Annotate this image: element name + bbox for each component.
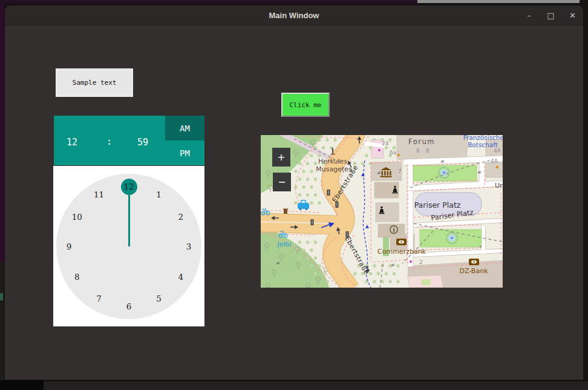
clock-number-9[interactable]: 9 [62,239,76,254]
clock-number-12[interactable]: 12 [121,179,137,195]
background-terminal-edge [0,4,4,262]
pm-toggle[interactable]: PM [165,140,204,165]
svg-text:≠: ≠ [440,159,445,164]
bank-icon [469,259,479,265]
window-content: Sample text Click me 12 : 59 AM PM 12345… [5,25,583,380]
svg-text:≠: ≠ [377,170,381,176]
herkules-label: Musagetes [316,165,352,173]
sample-text-label: Sample text [56,68,133,97]
window-title: Main Window [269,11,319,20]
clock-number-4[interactable]: 4 [174,269,188,284]
maximize-button[interactable]: □ [546,11,555,20]
minimize-button[interactable]: – [524,11,534,20]
jelbi-label: Jelbi [276,240,291,248]
svg-text:i: i [393,227,394,233]
background-strip [0,0,417,4]
background-window-edge [417,0,580,3]
map-canvas: i ≠ [261,135,503,288]
housenumber: 6 [426,148,430,154]
clock-number-10[interactable]: 10 [70,210,84,224]
main-window: Main Window – □ ✕ Sample text Click me 1… [4,5,584,380]
minute-value[interactable]: 59 [137,137,148,148]
clock-number-11[interactable]: 11 [92,187,106,202]
map-zoom-out-button[interactable]: − [273,173,291,191]
background-strip [0,262,4,380]
commerzbank-label: Commerzbank [377,248,426,256]
housenumber: 7 [398,168,402,174]
housenumber: 6 [416,148,420,154]
housenumber: 6a [390,150,396,156]
am-toggle[interactable]: AM [165,116,204,140]
clock-number-7[interactable]: 7 [92,291,106,306]
clock-number-8[interactable]: 8 [70,269,84,284]
clock-hand [128,193,130,246]
time-separator: : [106,136,112,147]
taskbar-strip [44,381,588,390]
close-button[interactable]: ✕ [568,11,577,20]
svg-text:≠: ≠ [391,262,395,268]
clock-number-5[interactable]: 5 [152,291,166,306]
housenumber: 4A [491,158,498,164]
hour-value[interactable]: 12 [67,137,77,148]
bank-icon [396,239,407,245]
pariser-platz-label: Pariser Platz [414,200,461,210]
housenumber: 4A [494,148,501,154]
clock-number-3[interactable]: 3 [181,239,196,254]
titlebar[interactable]: Main Window – □ ✕ [5,5,583,25]
waste-bin-icon [283,209,288,214]
embassy-label: Französische [463,135,503,141]
forum-label: Forum [408,137,435,146]
unter-den-linden-label: Un [495,182,503,190]
housenumber: 24 [382,140,389,147]
herkules-label: Herkules [318,157,347,165]
svg-text:≠: ≠ [477,170,482,175]
map-zoom-in-button[interactable]: + [272,148,290,167]
clock-panel: 123456789101112 [53,166,204,326]
clock-number-1[interactable]: 1 [152,187,166,202]
clock-number-6[interactable]: 6 [122,299,136,314]
background-fleck [0,293,3,300]
map-widget[interactable]: + − [261,135,503,288]
dz-bank-label: DZ-Bank [459,267,488,275]
time-picker: 12 : 59 AM PM [54,116,204,165]
clock-number-2[interactable]: 2 [174,210,188,224]
svg-text:≠: ≠ [276,260,280,266]
click-me-button[interactable]: Click me [281,93,330,117]
housenumber: 2 [419,259,423,265]
